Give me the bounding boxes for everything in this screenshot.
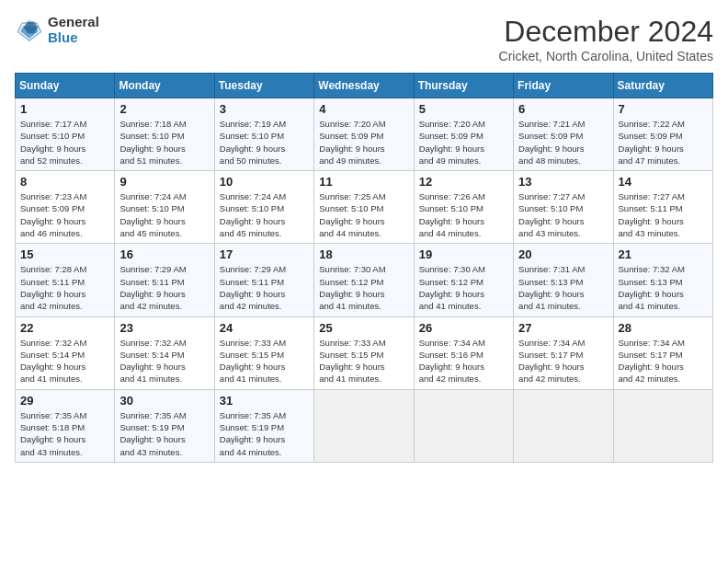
day-number: 4 [319, 102, 408, 116]
day-number: 16 [119, 247, 209, 261]
calendar-cell: 14Sunrise: 7:27 AM Sunset: 5:11 PM Dayli… [613, 171, 712, 244]
day-number: 25 [319, 321, 408, 335]
day-info: Sunrise: 7:28 AM Sunset: 5:11 PM Dayligh… [20, 263, 109, 312]
calendar-cell: 9Sunrise: 7:24 AM Sunset: 5:10 PM Daylig… [115, 171, 214, 244]
day-info: Sunrise: 7:32 AM Sunset: 5:14 PM Dayligh… [119, 337, 209, 385]
calendar-cell [414, 389, 513, 462]
day-number: 29 [20, 394, 109, 408]
day-number: 3 [220, 102, 309, 116]
subtitle: Cricket, North Carolina, United States [499, 49, 713, 63]
day-of-week-header: Saturday [613, 74, 712, 98]
calendar-cell: 8Sunrise: 7:23 AM Sunset: 5:09 PM Daylig… [16, 171, 115, 244]
logo: General Blue [15, 15, 99, 45]
day-info: Sunrise: 7:29 AM Sunset: 5:11 PM Dayligh… [220, 263, 309, 312]
day-number: 1 [20, 102, 109, 116]
calendar-cell: 16Sunrise: 7:29 AM Sunset: 5:11 PM Dayli… [115, 244, 214, 316]
calendar-cell: 20Sunrise: 7:31 AM Sunset: 5:13 PM Dayli… [514, 244, 613, 316]
calendar-cell: 4Sunrise: 7:20 AM Sunset: 5:09 PM Daylig… [314, 98, 414, 171]
day-info: Sunrise: 7:19 AM Sunset: 5:10 PM Dayligh… [220, 118, 309, 167]
day-info: Sunrise: 7:34 AM Sunset: 5:16 PM Dayligh… [419, 337, 508, 385]
calendar-week-row: 15Sunrise: 7:28 AM Sunset: 5:11 PM Dayli… [16, 244, 713, 316]
day-of-week-header: Sunday [16, 74, 115, 98]
day-number: 7 [619, 102, 708, 116]
calendar-cell: 13Sunrise: 7:27 AM Sunset: 5:10 PM Dayli… [514, 171, 613, 244]
day-of-week-header: Wednesday [314, 74, 414, 98]
logo-icon [15, 16, 44, 45]
day-number: 5 [419, 102, 508, 116]
day-info: Sunrise: 7:32 AM Sunset: 5:14 PM Dayligh… [20, 337, 109, 385]
calendar-body: 1Sunrise: 7:17 AM Sunset: 5:10 PM Daylig… [16, 98, 713, 463]
day-info: Sunrise: 7:33 AM Sunset: 5:15 PM Dayligh… [220, 337, 309, 385]
day-info: Sunrise: 7:18 AM Sunset: 5:10 PM Dayligh… [119, 118, 209, 167]
calendar-week-row: 8Sunrise: 7:23 AM Sunset: 5:09 PM Daylig… [16, 171, 713, 244]
calendar-cell [613, 389, 712, 462]
calendar-table: SundayMondayTuesdayWednesdayThursdayFrid… [15, 73, 713, 463]
day-number: 9 [119, 175, 209, 189]
calendar-cell: 21Sunrise: 7:32 AM Sunset: 5:13 PM Dayli… [613, 244, 712, 316]
day-of-week-header: Thursday [414, 74, 513, 98]
day-info: Sunrise: 7:21 AM Sunset: 5:09 PM Dayligh… [518, 118, 608, 167]
calendar-cell: 5Sunrise: 7:20 AM Sunset: 5:09 PM Daylig… [414, 98, 513, 171]
calendar-cell [314, 389, 414, 462]
calendar-cell: 18Sunrise: 7:30 AM Sunset: 5:12 PM Dayli… [314, 244, 414, 316]
days-of-week-row: SundayMondayTuesdayWednesdayThursdayFrid… [16, 74, 713, 98]
day-info: Sunrise: 7:35 AM Sunset: 5:19 PM Dayligh… [220, 409, 309, 458]
calendar-cell: 29Sunrise: 7:35 AM Sunset: 5:18 PM Dayli… [16, 389, 115, 462]
calendar-cell: 15Sunrise: 7:28 AM Sunset: 5:11 PM Dayli… [16, 244, 115, 316]
day-number: 15 [20, 247, 109, 261]
day-number: 13 [518, 175, 608, 189]
calendar-cell: 19Sunrise: 7:30 AM Sunset: 5:12 PM Dayli… [414, 244, 513, 316]
calendar-cell: 24Sunrise: 7:33 AM Sunset: 5:15 PM Dayli… [214, 316, 313, 389]
calendar-week-row: 29Sunrise: 7:35 AM Sunset: 5:18 PM Dayli… [16, 389, 713, 462]
calendar-week-row: 22Sunrise: 7:32 AM Sunset: 5:14 PM Dayli… [16, 316, 713, 389]
calendar-cell: 26Sunrise: 7:34 AM Sunset: 5:16 PM Dayli… [414, 316, 513, 389]
calendar-cell: 31Sunrise: 7:35 AM Sunset: 5:19 PM Dayli… [214, 389, 313, 462]
day-number: 10 [220, 175, 309, 189]
day-info: Sunrise: 7:25 AM Sunset: 5:10 PM Dayligh… [319, 190, 408, 239]
title-block: December 2024 Cricket, North Carolina, U… [499, 15, 713, 63]
day-number: 14 [619, 175, 708, 189]
calendar-cell: 11Sunrise: 7:25 AM Sunset: 5:10 PM Dayli… [314, 171, 414, 244]
day-info: Sunrise: 7:30 AM Sunset: 5:12 PM Dayligh… [319, 263, 408, 312]
calendar-cell: 22Sunrise: 7:32 AM Sunset: 5:14 PM Dayli… [16, 316, 115, 389]
calendar-cell: 1Sunrise: 7:17 AM Sunset: 5:10 PM Daylig… [16, 98, 115, 171]
day-info: Sunrise: 7:34 AM Sunset: 5:17 PM Dayligh… [619, 337, 708, 385]
day-number: 2 [119, 102, 209, 116]
day-number: 12 [419, 175, 508, 189]
day-info: Sunrise: 7:24 AM Sunset: 5:10 PM Dayligh… [119, 190, 209, 239]
day-info: Sunrise: 7:17 AM Sunset: 5:10 PM Dayligh… [20, 118, 109, 167]
calendar-cell [514, 389, 613, 462]
day-info: Sunrise: 7:24 AM Sunset: 5:10 PM Dayligh… [220, 190, 309, 239]
day-info: Sunrise: 7:20 AM Sunset: 5:09 PM Dayligh… [319, 118, 408, 167]
day-info: Sunrise: 7:27 AM Sunset: 5:10 PM Dayligh… [518, 190, 608, 239]
day-number: 27 [518, 321, 608, 335]
day-number: 17 [220, 247, 309, 261]
day-number: 31 [220, 394, 309, 408]
day-info: Sunrise: 7:33 AM Sunset: 5:15 PM Dayligh… [319, 337, 408, 385]
day-number: 18 [319, 247, 408, 261]
day-info: Sunrise: 7:27 AM Sunset: 5:11 PM Dayligh… [619, 190, 708, 239]
day-number: 26 [419, 321, 508, 335]
day-of-week-header: Friday [514, 74, 613, 98]
calendar-cell: 27Sunrise: 7:34 AM Sunset: 5:17 PM Dayli… [514, 316, 613, 389]
day-number: 28 [619, 321, 708, 335]
calendar-cell: 25Sunrise: 7:33 AM Sunset: 5:15 PM Dayli… [314, 316, 414, 389]
day-number: 30 [119, 394, 209, 408]
day-of-week-header: Tuesday [214, 74, 313, 98]
logo-general-text: General [48, 15, 99, 30]
day-number: 21 [619, 247, 708, 261]
day-info: Sunrise: 7:32 AM Sunset: 5:13 PM Dayligh… [619, 263, 708, 312]
calendar-cell: 23Sunrise: 7:32 AM Sunset: 5:14 PM Dayli… [115, 316, 214, 389]
calendar-cell: 12Sunrise: 7:26 AM Sunset: 5:10 PM Dayli… [414, 171, 513, 244]
calendar-cell: 6Sunrise: 7:21 AM Sunset: 5:09 PM Daylig… [514, 98, 613, 171]
day-info: Sunrise: 7:29 AM Sunset: 5:11 PM Dayligh… [119, 263, 209, 312]
day-info: Sunrise: 7:23 AM Sunset: 5:09 PM Dayligh… [20, 190, 109, 239]
day-info: Sunrise: 7:22 AM Sunset: 5:09 PM Dayligh… [619, 118, 708, 167]
day-info: Sunrise: 7:35 AM Sunset: 5:18 PM Dayligh… [20, 409, 109, 458]
page-header: General Blue December 2024 Cricket, Nort… [15, 15, 713, 63]
day-number: 24 [220, 321, 309, 335]
calendar-cell: 30Sunrise: 7:35 AM Sunset: 5:19 PM Dayli… [115, 389, 214, 462]
day-number: 6 [518, 102, 608, 116]
day-number: 8 [20, 175, 109, 189]
calendar-cell: 17Sunrise: 7:29 AM Sunset: 5:11 PM Dayli… [214, 244, 313, 316]
